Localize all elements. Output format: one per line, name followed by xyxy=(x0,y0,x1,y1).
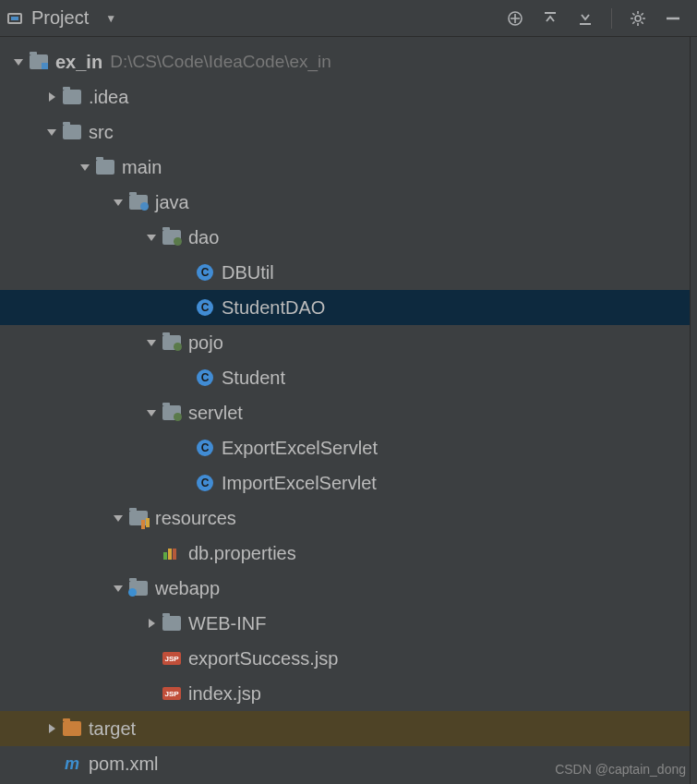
node-label: pojo xyxy=(188,332,223,354)
folder-icon xyxy=(63,124,81,140)
node-label: db.properties xyxy=(188,543,296,564)
project-view-icon xyxy=(7,13,22,24)
expand-arrow-icon[interactable] xyxy=(144,619,159,628)
package-icon xyxy=(162,334,181,351)
node-label: StudentDAO xyxy=(222,297,325,319)
folder-icon xyxy=(96,159,114,175)
tree-node-pojo[interactable]: pojo xyxy=(0,325,697,360)
svg-point-5 xyxy=(635,16,641,21)
tree-node-target[interactable]: target xyxy=(0,711,697,746)
node-label: main xyxy=(122,157,162,178)
watermark: CSDN @captain_dong xyxy=(555,762,686,777)
tree-node-dbutil[interactable]: DBUtil xyxy=(0,255,697,290)
node-path: D:\CS\Code\IdeaCode\ex_in xyxy=(110,52,331,72)
toolbar-actions xyxy=(506,8,690,29)
source-folder-icon xyxy=(129,194,148,211)
project-toolbar: Project ▼ xyxy=(0,0,697,37)
expand-arrow-icon[interactable] xyxy=(144,410,159,416)
node-label: dao xyxy=(188,227,219,248)
expand-arrow-icon[interactable] xyxy=(44,129,59,136)
folder-icon xyxy=(162,615,181,632)
expand-arrow-icon[interactable] xyxy=(144,235,159,241)
class-icon xyxy=(196,369,214,386)
jsp-file-icon xyxy=(162,650,181,667)
expand-all-icon[interactable] xyxy=(541,9,559,28)
properties-file-icon xyxy=(162,545,181,561)
expand-arrow-icon[interactable] xyxy=(111,585,126,592)
tree-node-webapp[interactable]: webapp xyxy=(0,571,697,606)
collapse-all-icon[interactable] xyxy=(576,9,595,28)
module-folder-icon xyxy=(30,54,48,70)
tree-node-dao[interactable]: dao xyxy=(0,220,697,255)
expand-arrow-icon[interactable] xyxy=(11,59,26,66)
node-label: DBUtil xyxy=(222,262,274,283)
node-label: .idea xyxy=(89,87,128,108)
tree-node-java[interactable]: java xyxy=(0,185,697,220)
class-icon xyxy=(196,299,214,316)
folder-icon xyxy=(63,89,81,105)
tree-node-exportjsp[interactable]: exportSuccess.jsp xyxy=(0,641,697,676)
node-label: pom.xml xyxy=(89,754,159,775)
tree-node-root[interactable]: ex_in D:\CS\Code\IdeaCode\ex_in xyxy=(0,44,697,79)
tree-node-indexjsp[interactable]: index.jsp xyxy=(0,676,697,711)
excluded-folder-icon xyxy=(63,720,81,737)
tree-node-src[interactable]: src xyxy=(0,115,697,150)
tree-node-exportservlet[interactable]: ExportExcelServlet xyxy=(0,430,697,465)
package-icon xyxy=(162,404,181,421)
project-tree: ex_in D:\CS\Code\IdeaCode\ex_in .idea sr… xyxy=(0,37,697,781)
node-label: ImportExcelServlet xyxy=(222,473,377,494)
node-label: java xyxy=(155,192,189,213)
gear-icon[interactable] xyxy=(629,9,647,28)
node-label: ExportExcelServlet xyxy=(222,438,378,459)
tree-node-dbprops[interactable]: db.properties xyxy=(0,536,697,571)
chevron-down-icon: ▼ xyxy=(105,12,116,25)
project-selector[interactable]: Project ▼ xyxy=(7,7,116,29)
expand-arrow-icon[interactable] xyxy=(78,164,92,171)
tree-node-resources[interactable]: resources xyxy=(0,501,697,536)
tree-node-studentdao[interactable]: StudentDAO xyxy=(0,290,697,325)
tree-node-idea[interactable]: .idea xyxy=(0,79,697,115)
node-label: webapp xyxy=(155,578,220,599)
node-label: target xyxy=(89,718,136,740)
node-label: resources xyxy=(155,508,236,529)
resources-folder-icon xyxy=(129,510,148,526)
select-opened-file-icon[interactable] xyxy=(506,9,524,28)
node-label: exportSuccess.jsp xyxy=(188,648,338,669)
right-gutter xyxy=(690,37,697,784)
package-icon xyxy=(162,229,181,246)
toolbar-separator xyxy=(611,8,612,29)
node-label: WEB-INF xyxy=(188,613,266,634)
tree-node-student[interactable]: Student xyxy=(0,360,697,395)
maven-file-icon xyxy=(63,755,81,772)
webapp-folder-icon xyxy=(129,580,148,597)
node-label: src xyxy=(89,122,114,143)
node-label: servlet xyxy=(188,403,243,424)
node-label: ex_in xyxy=(55,52,102,73)
node-label: Student xyxy=(222,368,285,389)
node-label: index.jsp xyxy=(188,683,261,705)
tree-node-servlet[interactable]: servlet xyxy=(0,395,697,430)
expand-arrow-icon[interactable] xyxy=(44,92,59,102)
expand-arrow-icon[interactable] xyxy=(111,515,126,522)
hide-icon[interactable] xyxy=(664,9,682,28)
class-icon xyxy=(196,264,214,281)
expand-arrow-icon[interactable] xyxy=(111,199,126,206)
expand-arrow-icon[interactable] xyxy=(44,724,59,733)
expand-arrow-icon[interactable] xyxy=(144,340,159,346)
project-title: Project xyxy=(31,7,89,29)
tree-node-importservlet[interactable]: ImportExcelServlet xyxy=(0,465,697,501)
class-icon xyxy=(196,475,214,491)
tree-node-main[interactable]: main xyxy=(0,150,697,185)
tree-node-webinf[interactable]: WEB-INF xyxy=(0,606,697,641)
jsp-file-icon xyxy=(162,685,181,702)
class-icon xyxy=(196,440,214,456)
